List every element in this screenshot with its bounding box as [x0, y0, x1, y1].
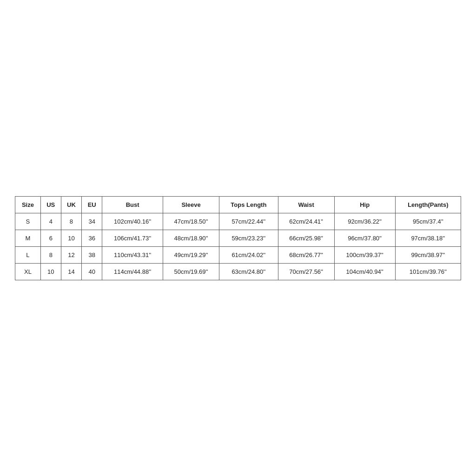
cell-us-0: 4 [40, 213, 61, 230]
size-chart-table: Size US UK EU Bust Sleeve Tops Length Wa… [15, 196, 461, 280]
header-tops-length: Tops Length [219, 196, 278, 213]
cell-bust-0: 102cm/40.16'' [102, 213, 163, 230]
header-sleeve: Sleeve [163, 196, 219, 213]
header-uk: UK [61, 196, 82, 213]
cell-eu-2: 38 [82, 246, 102, 263]
table-row: XL101440114cm/44.88''50cm/19.69''63cm/24… [15, 263, 461, 280]
cell-tops_length-2: 61cm/24.02'' [219, 246, 278, 263]
cell-uk-1: 10 [61, 230, 82, 246]
header-bust: Bust [102, 196, 163, 213]
table-row: S4834102cm/40.16''47cm/18.50''57cm/22.44… [15, 213, 461, 230]
cell-us-3: 10 [40, 263, 61, 280]
size-chart-container: Size US UK EU Bust Sleeve Tops Length Wa… [15, 196, 461, 280]
cell-waist-1: 66cm/25.98'' [278, 230, 334, 246]
cell-eu-3: 40 [82, 263, 102, 280]
cell-uk-0: 8 [61, 213, 82, 230]
cell-tops_length-1: 59cm/23.23'' [219, 230, 278, 246]
cell-sleeve-3: 50cm/19.69'' [163, 263, 219, 280]
cell-bust-3: 114cm/44.88'' [102, 263, 163, 280]
header-length-pants: Length(Pants) [395, 196, 461, 213]
cell-waist-3: 70cm/27.56'' [278, 263, 334, 280]
cell-uk-3: 14 [61, 263, 82, 280]
cell-length_pants-3: 101cm/39.76'' [395, 263, 461, 280]
cell-hip-3: 104cm/40.94'' [334, 263, 395, 280]
cell-sleeve-1: 48cm/18.90'' [163, 230, 219, 246]
cell-bust-1: 106cm/41.73'' [102, 230, 163, 246]
header-us: US [40, 196, 61, 213]
cell-uk-2: 12 [61, 246, 82, 263]
cell-size-3: XL [15, 263, 41, 280]
cell-us-2: 8 [40, 246, 61, 263]
header-row: Size US UK EU Bust Sleeve Tops Length Wa… [15, 196, 461, 213]
cell-sleeve-2: 49cm/19.29'' [163, 246, 219, 263]
cell-waist-0: 62cm/24.41'' [278, 213, 334, 230]
cell-hip-0: 92cm/36.22'' [334, 213, 395, 230]
cell-hip-2: 100cm/39.37'' [334, 246, 395, 263]
cell-size-1: M [15, 230, 41, 246]
header-eu: EU [82, 196, 102, 213]
cell-hip-1: 96cm/37.80'' [334, 230, 395, 246]
cell-sleeve-0: 47cm/18.50'' [163, 213, 219, 230]
cell-tops_length-3: 63cm/24.80'' [219, 263, 278, 280]
cell-tops_length-0: 57cm/22.44'' [219, 213, 278, 230]
cell-eu-1: 36 [82, 230, 102, 246]
header-waist: Waist [278, 196, 334, 213]
cell-eu-0: 34 [82, 213, 102, 230]
cell-length_pants-0: 95cm/37.4'' [395, 213, 461, 230]
cell-waist-2: 68cm/26.77'' [278, 246, 334, 263]
cell-length_pants-1: 97cm/38.18'' [395, 230, 461, 246]
cell-size-2: L [15, 246, 41, 263]
header-hip: Hip [334, 196, 395, 213]
cell-us-1: 6 [40, 230, 61, 246]
table-row: L81238110cm/43.31''49cm/19.29''61cm/24.0… [15, 246, 461, 263]
table-row: M61036106cm/41.73''48cm/18.90''59cm/23.2… [15, 230, 461, 246]
cell-length_pants-2: 99cm/38.97'' [395, 246, 461, 263]
cell-size-0: S [15, 213, 41, 230]
header-size: Size [15, 196, 41, 213]
cell-bust-2: 110cm/43.31'' [102, 246, 163, 263]
